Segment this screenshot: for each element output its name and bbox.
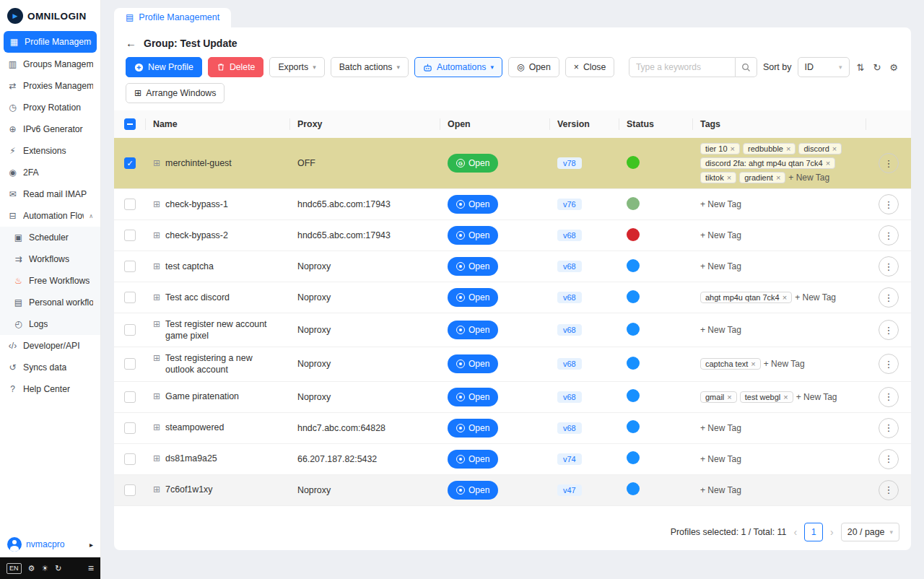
row-more-button[interactable]: ⋮	[879, 354, 899, 374]
table-row[interactable]: ⊞ Game piratenation Noproxy Open v68 gma…	[114, 381, 911, 412]
page-number[interactable]: 1	[804, 523, 823, 541]
row-more-button[interactable]: ⋮	[879, 194, 899, 214]
sidebar-item-developer-api[interactable]: ‹/›Developer/API	[0, 335, 100, 357]
settings-gear-icon[interactable]: ⚙	[888, 61, 899, 74]
sidebar-item-automation-flow[interactable]: ⊟Automation Flow∧	[0, 205, 100, 227]
open-button[interactable]: Open	[448, 388, 498, 406]
sun-icon[interactable]: ☀	[41, 564, 48, 573]
batch-actions-button[interactable]: Batch actions ▾	[331, 57, 409, 77]
new-tag-button[interactable]: + New Tag	[700, 454, 741, 464]
gear-icon[interactable]: ⚙	[28, 564, 35, 573]
table-row[interactable]: ⊞ steampowered hndc7.abc.com:64828 Open …	[114, 412, 911, 443]
sidebar-item-help-center[interactable]: ?Help Center	[0, 378, 100, 400]
search-button[interactable]	[736, 57, 757, 77]
tag-pill[interactable]: tier 10×	[700, 143, 740, 154]
tag-pill[interactable]: test webgl×	[740, 391, 793, 403]
tag-close-icon[interactable]: ×	[783, 393, 788, 401]
row-checkbox[interactable]	[124, 422, 136, 434]
table-row[interactable]: ⊞ Test register new account game pixel N…	[114, 313, 911, 347]
user-row[interactable]: nvmacpro ▸	[0, 531, 100, 557]
sidebar-item-workflows[interactable]: ⇉Workflows	[0, 248, 100, 270]
open-button[interactable]: Open	[448, 481, 498, 500]
tag-close-icon[interactable]: ×	[826, 159, 830, 167]
back-button[interactable]: ←	[126, 37, 136, 49]
delete-button[interactable]: Delete	[208, 57, 264, 77]
new-tag-button[interactable]: + New Tag	[700, 325, 741, 335]
sidebar-item-profile-management[interactable]: ▦Profile Management	[4, 31, 97, 53]
new-tag-button[interactable]: + New Tag	[795, 292, 836, 302]
tag-close-icon[interactable]: ×	[776, 173, 780, 182]
row-more-button[interactable]: ⋮	[879, 153, 899, 173]
tag-pill[interactable]: ahgt mp4u qtan 7ck4×	[700, 292, 792, 303]
page-size-select[interactable]: 20 / page ▾	[841, 523, 899, 541]
row-checkbox[interactable]	[124, 324, 136, 336]
table-row[interactable]: ⊞ Test acc discord Noproxy Open v68 ahgt…	[114, 282, 911, 313]
open-button[interactable]: Open	[448, 226, 498, 245]
new-tag-button[interactable]: + New Tag	[700, 199, 741, 209]
row-checkbox[interactable]	[124, 199, 136, 210]
tag-pill[interactable]: redbubble×	[743, 143, 796, 154]
open-button[interactable]: Open	[448, 288, 498, 307]
new-tag-button[interactable]: + New Tag	[700, 230, 741, 240]
row-checkbox[interactable]	[124, 391, 136, 403]
open-button[interactable]: Open	[448, 419, 498, 437]
tag-close-icon[interactable]: ×	[783, 293, 787, 302]
sort-field-select[interactable]: ID ▾	[798, 57, 850, 77]
table-row[interactable]: ⊞ 7c6of1w1xy Noproxy Open v47 + New Tag …	[114, 474, 911, 505]
tag-pill[interactable]: captcha text×	[700, 358, 761, 370]
tag-pill[interactable]: gmail×	[700, 391, 737, 403]
sidebar-item-personal-workflo[interactable]: ▤Personal workflo...	[0, 292, 100, 313]
new-profile-button[interactable]: New Profile	[126, 57, 202, 77]
open-button[interactable]: Open	[448, 257, 498, 276]
next-page-icon[interactable]: ›	[830, 526, 834, 538]
sidebar-item-proxies-managem[interactable]: ⇄Proxies Managem...	[0, 75, 100, 97]
new-tag-button[interactable]: + New Tag	[700, 261, 741, 271]
table-row[interactable]: ⊞ test captcha Noproxy Open v68 + New Ta…	[114, 251, 911, 282]
sidebar-item-free-workflows[interactable]: ♨Free Workflows	[0, 270, 100, 292]
open-selected-button[interactable]: ◎ Open	[508, 57, 559, 77]
row-more-button[interactable]: ⋮	[879, 418, 899, 438]
close-selected-button[interactable]: × Close	[565, 57, 615, 77]
open-button[interactable]: Open	[448, 321, 498, 339]
row-more-button[interactable]: ⋮	[879, 449, 899, 469]
new-tag-button[interactable]: + New Tag	[700, 423, 741, 433]
select-all-checkbox[interactable]	[124, 118, 136, 130]
menu-icon[interactable]: ≡	[88, 562, 94, 574]
sidebar-item-groups-managem[interactable]: ▥Groups Managem...	[0, 53, 100, 75]
tag-pill[interactable]: gradient×	[739, 172, 785, 183]
tag-close-icon[interactable]: ×	[731, 144, 735, 153]
row-checkbox[interactable]	[124, 453, 136, 465]
row-checkbox[interactable]	[124, 358, 136, 370]
automations-button[interactable]: Automations ▾	[414, 57, 502, 77]
row-more-button[interactable]: ⋮	[879, 387, 899, 407]
refresh-icon[interactable]: ↻	[55, 564, 61, 573]
row-checkbox[interactable]	[124, 292, 136, 303]
tag-close-icon[interactable]: ×	[786, 144, 790, 153]
tag-close-icon[interactable]: ×	[832, 144, 837, 153]
refresh-icon[interactable]: ↻	[871, 61, 882, 74]
sidebar-item-scheduler[interactable]: ▣Scheduler	[0, 227, 100, 248]
tag-pill[interactable]: discord×	[798, 143, 842, 154]
row-more-button[interactable]: ⋮	[879, 225, 899, 245]
row-more-button[interactable]: ⋮	[879, 287, 899, 308]
new-tag-button[interactable]: + New Tag	[700, 485, 741, 495]
exports-button[interactable]: Exports ▾	[269, 57, 324, 77]
search-input[interactable]	[629, 57, 736, 77]
row-more-button[interactable]: ⋮	[879, 480, 899, 500]
table-row[interactable]: ⊞ Test registering a new outlook account…	[114, 347, 911, 381]
open-button[interactable]: Open	[448, 354, 498, 373]
new-tag-button[interactable]: + New Tag	[764, 359, 805, 369]
row-checkbox[interactable]	[124, 261, 136, 272]
sidebar-item-ipv6-generator[interactable]: ⊕IPv6 Generator	[0, 118, 100, 140]
table-row[interactable]: ⊞ check-bypass-1 hndc65.abc.com:17943 Op…	[114, 189, 911, 220]
sidebar-item-read-mail-imap[interactable]: ✉Read mail IMAP	[0, 183, 100, 205]
row-more-button[interactable]: ⋮	[879, 256, 899, 277]
sort-order-icon[interactable]: ⇅	[855, 61, 866, 74]
tag-close-icon[interactable]: ×	[727, 393, 731, 401]
tab-profile-management[interactable]: ▤ Profile Management	[114, 8, 231, 27]
language-badge[interactable]: EN	[6, 563, 22, 574]
sidebar-item-proxy-rotation[interactable]: ◷Proxy Rotation	[0, 97, 100, 118]
row-more-button[interactable]: ⋮	[879, 320, 899, 340]
open-button[interactable]: Open	[448, 195, 498, 214]
tag-pill[interactable]: discord 2fa: ahgt mp4u qtan 7ck4×	[700, 157, 835, 169]
